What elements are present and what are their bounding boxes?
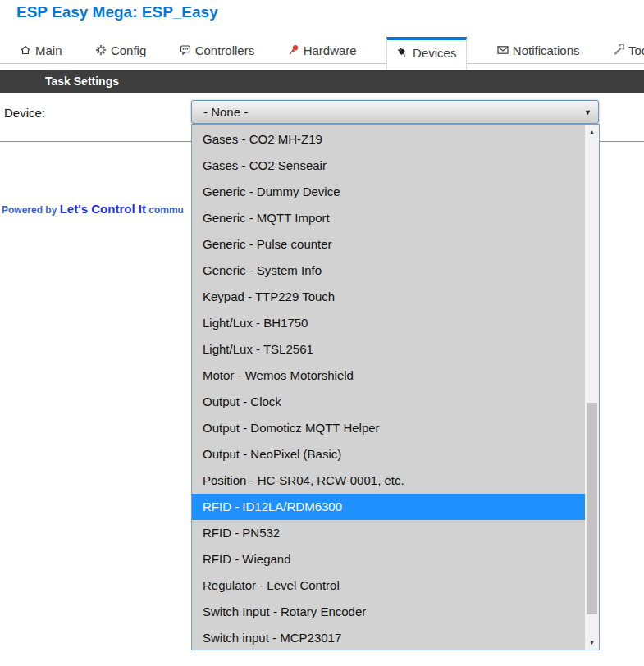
dropdown-option[interactable]: Generic - Pulse counter — [192, 231, 585, 258]
dropdown-option[interactable]: Regulator - Level Control — [192, 572, 585, 599]
tab-config[interactable]: Config — [92, 37, 149, 63]
dropdown-option[interactable]: Switch Input - Rotary Encoder — [192, 599, 585, 625]
wrench-icon — [613, 44, 624, 56]
tab-notifications[interactable]: Notifications — [494, 37, 583, 63]
device-select[interactable]: - None - ▼ — [191, 100, 599, 124]
tab-label: Main — [35, 43, 62, 57]
gear-icon — [95, 44, 107, 56]
page-title: ESP Easy Mega: ESP_Easy — [16, 3, 218, 21]
dropdown-option[interactable]: Generic - System Info — [192, 258, 585, 284]
scrollbar-thumb[interactable] — [587, 403, 597, 614]
dropdown-option[interactable]: RFID - PN532 — [192, 520, 585, 546]
tab-label: Devices — [413, 46, 456, 60]
tab-label: Controllers — [195, 43, 255, 57]
dropdown-option[interactable]: Output - Clock — [192, 389, 585, 415]
tab-controllers[interactable]: Controllers — [176, 37, 258, 63]
house-icon — [20, 44, 31, 56]
device-label: Device: — [4, 106, 45, 120]
scroll-down-button[interactable]: ▼ — [585, 636, 599, 650]
dropdown-option[interactable]: Gases - CO2 MH-Z19 — [192, 126, 585, 153]
tab-bar: Main Config Controllers Hardware Devices — [0, 37, 644, 64]
tab-devices[interactable]: Devices — [386, 37, 467, 70]
dropdown-option[interactable]: Position - HC-SR04, RCW-0001, etc. — [192, 468, 585, 494]
dropdown-option[interactable]: Switch input - MCP23017 — [192, 625, 585, 650]
powered-by: Powered by Let's Control It commu — [2, 202, 184, 217]
powered-by-text: Powered by — [2, 204, 60, 216]
brand-link[interactable]: Let's Control It — [60, 202, 146, 216]
tab-hardware[interactable]: Hardware — [285, 37, 360, 63]
dropdown-option[interactable]: Keypad - TTP229 Touch — [192, 284, 585, 310]
dropdown-option[interactable]: Generic - Dummy Device — [192, 179, 585, 205]
dropdown-option[interactable]: Generic - MQTT Import — [192, 205, 585, 231]
plug-icon — [397, 47, 409, 58]
espeasy-page: ESP Easy Mega: ESP_Easy Main Config Cont… — [0, 0, 644, 666]
tab-main[interactable]: Main — [16, 37, 66, 63]
dropdown-option[interactable]: Light/Lux - BH1750 — [192, 310, 585, 336]
dropdown-option[interactable]: RFID - ID12LA/RDM6300 — [192, 494, 585, 520]
chevron-down-icon: ▼ — [584, 108, 598, 116]
dropdown-option[interactable]: Output - NeoPixel (Basic) — [192, 441, 585, 468]
dropdown-option[interactable]: Gases - CO2 Senseair — [192, 153, 585, 179]
pushpin-icon — [288, 44, 299, 56]
section-header: Task Settings — [0, 70, 644, 93]
device-dropdown-list: Gases - CO2 MH-Z19Gases - CO2 SenseairGe… — [192, 125, 585, 650]
tab-label: Hardware — [304, 43, 357, 57]
tab-label: Config — [111, 43, 146, 57]
dropdown-option[interactable]: RFID - Wiegand — [192, 546, 585, 572]
powered-by-suffix: commu — [146, 204, 184, 216]
tab-tools[interactable]: Tools — [610, 37, 644, 63]
dropdown-scrollbar[interactable]: ▲ ▼ — [585, 125, 599, 650]
tab-label: Tools — [628, 43, 644, 57]
device-select-value: - None - — [192, 105, 584, 119]
dropdown-option[interactable]: Light/Lux - TSL2561 — [192, 336, 585, 363]
tab-label: Notifications — [513, 43, 580, 57]
device-dropdown: Gases - CO2 MH-Z19Gases - CO2 SenseairGe… — [191, 124, 600, 650]
envelope-icon — [497, 44, 509, 56]
scroll-up-button[interactable]: ▲ — [585, 125, 599, 139]
dropdown-option[interactable]: Motor - Wemos Motorshield — [192, 363, 585, 389]
dropdown-option[interactable]: Output - Domoticz MQTT Helper — [192, 415, 585, 441]
speech-bubble-icon — [180, 44, 191, 56]
